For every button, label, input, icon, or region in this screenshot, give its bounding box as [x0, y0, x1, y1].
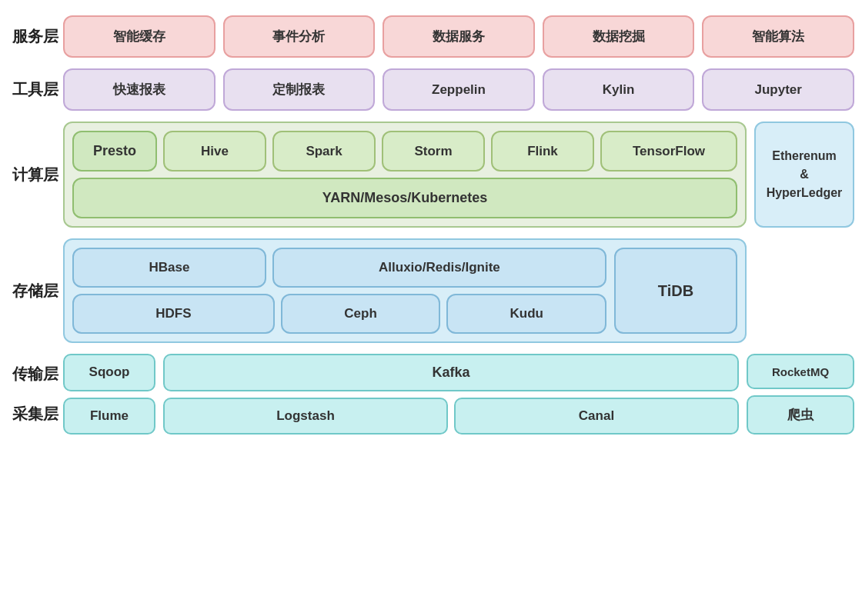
storage-layer: 存储层 HBase Alluxio/Redis/Ignite HDFS Ceph…: [8, 238, 854, 343]
tool-layer: 工具层 快速报表 定制报表 Zeppelin Kylin Jupyter: [8, 68, 854, 111]
transport-sqoop: Sqoop: [63, 354, 155, 391]
transport-collect-layer: 传输层 采集层 Sqoop Flume Kafka Logstash Canal…: [8, 354, 854, 435]
service-layer: 服务层 智能缓存 事件分析 数据服务 数据挖掘 智能算法: [8, 15, 854, 58]
service-item-3: 数据挖掘: [543, 15, 695, 58]
storage-spacer: [754, 238, 854, 343]
transport-canal: Canal: [454, 398, 739, 435]
compute-storm: Storm: [382, 131, 485, 171]
service-layer-label: 服务层: [8, 15, 63, 58]
storage-hdfs: HDFS: [72, 294, 275, 334]
compute-flink: Flink: [491, 131, 594, 171]
service-item-1: 事件分析: [223, 15, 376, 58]
compute-top-boxes: Hive Spark Storm Flink TensorFlow: [163, 131, 737, 171]
service-layer-content: 智能缓存 事件分析 数据服务 数据挖掘 智能算法: [63, 15, 854, 58]
tool-layer-content: 快速报表 定制报表 Zeppelin Kylin Jupyter: [63, 68, 854, 111]
compute-tensorflow: TensorFlow: [600, 131, 737, 171]
storage-ceph: Ceph: [281, 294, 441, 334]
compute-top-row: Presto Hive Spark Storm Flink TensorFlow: [72, 131, 737, 171]
tool-item-1: 定制报表: [223, 68, 376, 111]
transport-crawl: 爬虫: [747, 395, 854, 435]
service-item-0: 智能缓存: [63, 15, 216, 58]
compute-outer-box: Presto Hive Spark Storm Flink TensorFlow…: [63, 122, 747, 228]
compute-spark: Spark: [272, 131, 376, 171]
tool-layer-label: 工具层: [8, 68, 63, 111]
storage-top-row: HBase Alluxio/Redis/Ignite: [72, 248, 606, 288]
transport-label: 传输层: [12, 364, 58, 385]
storage-inner: HBase Alluxio/Redis/Ignite HDFS Ceph Kud…: [72, 248, 737, 334]
storage-bottom-row: HDFS Ceph Kudu: [72, 294, 606, 334]
tool-item-0: 快速报表: [63, 68, 216, 111]
transport-flume: Flume: [63, 398, 155, 435]
storage-left-col: HBase Alluxio/Redis/Ignite HDFS Ceph Kud…: [72, 248, 606, 334]
tool-item-3: Kylin: [543, 68, 695, 111]
compute-layer-label: 计算层: [8, 122, 63, 228]
storage-alluxio: Alluxio/Redis/Ignite: [272, 248, 606, 288]
transport-logstash: Logstash: [163, 398, 448, 435]
tool-item-2: Zeppelin: [383, 68, 535, 111]
service-item-4: 智能算法: [702, 15, 854, 58]
storage-layer-label: 存储层: [8, 238, 63, 343]
compute-hive: Hive: [163, 131, 266, 171]
compute-presto: Presto: [72, 131, 157, 171]
storage-tidb: TiDB: [614, 248, 737, 334]
dual-layer-labels: 传输层 采集层: [8, 354, 63, 435]
storage-kudu: Kudu: [446, 294, 606, 334]
storage-outer-box: HBase Alluxio/Redis/Ignite HDFS Ceph Kud…: [63, 238, 747, 343]
compute-yarn: YARN/Mesos/Kubernetes: [72, 178, 737, 218]
compute-ethereum: Etherenum & HyperLedger: [754, 122, 854, 228]
collect-label: 采集层: [12, 404, 58, 425]
tool-item-4: Jupyter: [702, 68, 854, 111]
transport-rocketmq: RocketMQ: [747, 354, 854, 389]
service-item-2: 数据服务: [383, 15, 535, 58]
compute-inner: Presto Hive Spark Storm Flink TensorFlow…: [72, 131, 737, 218]
compute-layer: 计算层 Presto Hive Spark Storm Flink Tensor…: [8, 122, 854, 228]
transport-kafka: Kafka: [163, 354, 739, 391]
storage-hbase: HBase: [72, 248, 266, 288]
